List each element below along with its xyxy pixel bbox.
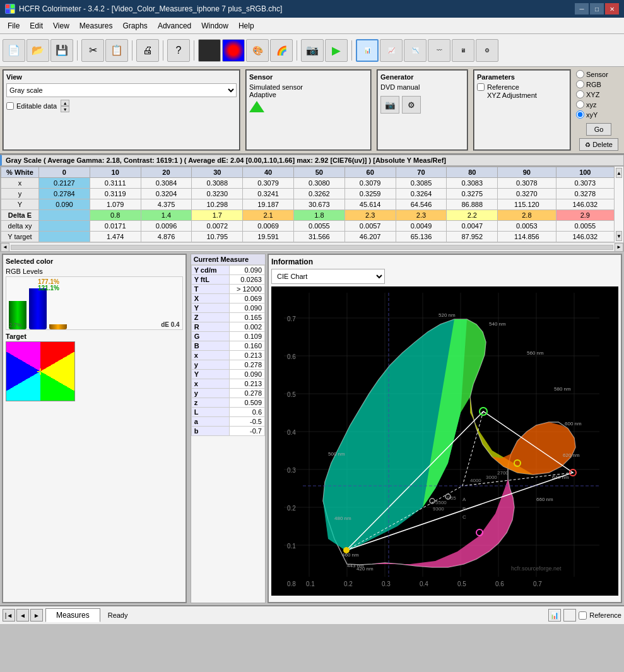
svg-text:3000: 3000 <box>486 475 497 480</box>
scroll-right-btn[interactable]: ► <box>615 243 623 252</box>
svg-text:0.3: 0.3 <box>382 581 391 587</box>
open-button[interactable]: 📂 <box>26 39 49 62</box>
row-x-label: x <box>1 178 39 189</box>
cie-chart-select[interactable]: CIE Chart CIE u'v' Chart <box>271 269 385 284</box>
radio-rgb[interactable]: RGB <box>576 80 621 88</box>
cm-param: x <box>191 351 229 360</box>
row-x-40: 0.3079 <box>243 178 294 189</box>
radio-xyY[interactable]: xyY <box>576 110 621 119</box>
go-button[interactable]: Go <box>586 123 612 136</box>
row-y-10: 0.3119 <box>90 189 141 199</box>
display-btn1[interactable]: 📊 <box>356 39 379 62</box>
nav-prev[interactable]: ◄ <box>16 609 29 622</box>
generator-section: Generator DVD manual 📷 ⚙ <box>377 69 468 151</box>
new-button[interactable]: 📄 <box>3 39 25 62</box>
menu-edit[interactable]: Edit <box>25 20 48 32</box>
play-button[interactable]: ▶ <box>325 39 348 62</box>
display-btn5[interactable]: 🖥 <box>452 39 474 62</box>
cm-row: Y cd/m0.090 <box>191 266 264 275</box>
menu-view[interactable]: View <box>48 20 74 32</box>
row-dE-30: 1.7 <box>192 210 243 221</box>
cm-value: 0.213 <box>229 351 264 360</box>
cm-param: T <box>191 285 229 294</box>
scroll-up-btn[interactable]: ▲ <box>616 168 622 178</box>
nav-next[interactable]: ► <box>30 609 43 622</box>
col-20: 20 <box>141 167 192 178</box>
svg-text:4000: 4000 <box>470 478 481 483</box>
save-button[interactable]: 💾 <box>50 39 73 62</box>
camera-button[interactable]: 📷 <box>301 39 324 62</box>
scroll-down-btn[interactable]: ▼ <box>616 231 622 241</box>
information-panel: Information CIE Chart CIE u'v' Chart <box>268 254 622 603</box>
row-Y-20: 4.375 <box>141 199 192 210</box>
display-btn4[interactable]: 〰 <box>428 39 450 62</box>
generator-title: Generator <box>380 73 464 81</box>
radio-sensor[interactable]: Sensor <box>576 70 621 78</box>
editable-checkbox[interactable] <box>6 102 14 110</box>
cm-param: X <box>191 294 229 304</box>
gen-btn2[interactable]: ⚙ <box>402 96 421 114</box>
scrollbar-thumb[interactable] <box>11 245 613 250</box>
cm-value: 0.509 <box>229 398 264 408</box>
cut-button[interactable]: ✂ <box>81 39 104 62</box>
cm-scroll[interactable]: Y cd/m0.090Y ftL0.0263T> 12000X0.069Y0.0… <box>191 265 265 603</box>
spinner-up[interactable]: ▲ <box>61 100 69 106</box>
cm-param: Y <box>191 304 229 313</box>
toolbar-sep5 <box>297 40 297 61</box>
color-patch-btn4[interactable]: 🌈 <box>270 39 293 62</box>
svg-text:0.4: 0.4 <box>420 581 428 587</box>
svg-text:0.1: 0.1 <box>287 543 296 550</box>
radio-xyz[interactable]: XYZ <box>576 90 621 98</box>
cm-row: x0.213 <box>191 351 264 360</box>
copy-button[interactable]: 📋 <box>105 39 128 62</box>
h-scrollbar[interactable]: ◄ ► <box>1 242 623 251</box>
scroll-left-btn[interactable]: ◄ <box>1 243 9 252</box>
row-Yt-10: 1.474 <box>90 232 141 242</box>
delete-icon: ♻ <box>585 141 591 148</box>
sensor-value2: Adaptive <box>249 91 368 98</box>
gen-btn1[interactable]: 📷 <box>380 96 399 114</box>
generator-value: DVD manual <box>380 83 464 91</box>
color-patch-dark[interactable] <box>198 39 221 62</box>
reference-checkbox[interactable] <box>477 83 485 91</box>
menu-help[interactable]: Help <box>233 20 259 32</box>
cm-value: > 12000 <box>229 285 264 294</box>
row-x-50: 0.3080 <box>293 178 344 189</box>
row-y-40: 0.3241 <box>243 189 294 199</box>
radio-xyz-lower[interactable]: xyz <box>576 100 621 109</box>
minimize-button[interactable]: ─ <box>575 3 589 15</box>
menu-advanced[interactable]: Advanced <box>153 20 196 32</box>
delete-button[interactable]: ♻ Delete <box>579 138 618 151</box>
maximize-button[interactable]: □ <box>590 3 604 15</box>
color-patch-btn3[interactable]: 🎨 <box>246 39 269 62</box>
help-button[interactable]: ? <box>167 39 190 62</box>
sensor-go-triangle[interactable] <box>249 101 264 112</box>
data-spinner: ▲ ▼ <box>61 100 69 112</box>
row-dE-70: 2.3 <box>396 210 447 221</box>
col-90: 90 <box>498 167 556 178</box>
display-btn2[interactable]: 📈 <box>380 39 403 62</box>
cie-chart-svg: 0.1 0.2 0.3 0.4 0.5 0.6 0.7 0.1 0.2 0.3 … <box>271 286 618 596</box>
menu-graphs[interactable]: Graphs <box>118 20 153 32</box>
row-Yt-20: 4.876 <box>141 232 192 242</box>
display-btn3[interactable]: 📉 <box>404 39 427 62</box>
color-patch-multi[interactable] <box>222 39 245 62</box>
menu-window[interactable]: Window <box>196 20 233 32</box>
print-button[interactable]: 🖨 <box>136 39 159 62</box>
table-row-Y: Y 0.090 1.079 4.375 10.298 19.187 30.673… <box>1 199 615 210</box>
cm-row: Y ftL0.0263 <box>191 275 264 285</box>
view-dropdown[interactable]: Gray scale <box>6 83 237 97</box>
tab-measures[interactable]: Measures <box>45 608 100 622</box>
display-btn6[interactable]: ⚙ <box>476 39 498 62</box>
spinner-down[interactable]: ▼ <box>61 106 69 112</box>
ref-checkbox-status[interactable] <box>579 611 587 620</box>
menu-file[interactable]: File <box>3 20 25 32</box>
row-Y-50: 30.673 <box>293 199 344 210</box>
nav-prev-prev[interactable]: |◄ <box>3 609 15 622</box>
cm-row: G0.109 <box>191 332 264 341</box>
menu-measures[interactable]: Measures <box>74 20 118 32</box>
row-dxy-50: 0.0055 <box>293 221 344 232</box>
window-controls: ─ □ ✕ <box>575 3 619 15</box>
bar-blue <box>29 288 47 329</box>
close-button[interactable]: ✕ <box>605 3 619 15</box>
